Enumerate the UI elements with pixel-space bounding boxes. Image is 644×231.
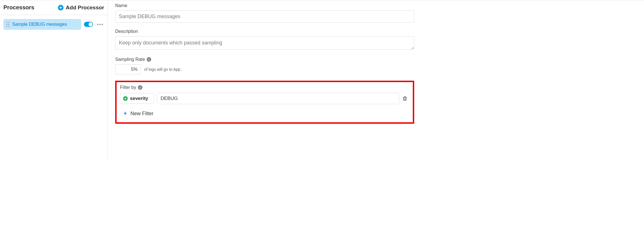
plus-circle-icon xyxy=(58,5,64,10)
filter-key-label: severity xyxy=(130,96,148,101)
filter-label-text: Filter by xyxy=(120,85,136,90)
add-processor-label: Add Processor xyxy=(66,5,104,11)
sampling-rate-suffix: of logs will go to App. xyxy=(144,67,182,72)
filter-value-input[interactable] xyxy=(157,93,399,104)
trash-icon[interactable] xyxy=(402,96,408,101)
processor-toggle[interactable] xyxy=(84,22,93,27)
description-field: Description Keep only documents which pa… xyxy=(115,29,414,51)
sampling-rate-label-text: Sampling Rate xyxy=(115,57,145,62)
sidebar-title: Processors xyxy=(3,4,34,11)
sidebar: Processors Add Processor Sample DEBUG me… xyxy=(0,0,108,159)
info-icon[interactable]: i xyxy=(138,85,142,90)
filter-label: Filter by i xyxy=(120,85,408,90)
sidebar-header: Processors Add Processor xyxy=(0,0,108,15)
add-include-icon xyxy=(123,96,128,101)
new-filter-label: New Filter xyxy=(131,111,153,117)
sampling-rate-input[interactable] xyxy=(115,64,141,74)
name-input[interactable] xyxy=(115,10,414,23)
processor-row: Sample DEBUG messages xyxy=(3,19,104,30)
name-label: Name xyxy=(115,3,414,8)
processor-list: Sample DEBUG messages xyxy=(0,15,108,34)
sampling-rate-row: of logs will go to App. xyxy=(115,64,414,74)
description-label: Description xyxy=(115,29,414,34)
processor-name: Sample DEBUG messages xyxy=(12,22,67,27)
processor-item[interactable]: Sample DEBUG messages xyxy=(3,19,81,30)
filter-section: Filter by i severity + New Filter xyxy=(115,81,414,124)
new-filter-button[interactable]: + New Filter xyxy=(120,108,408,118)
info-icon[interactable]: i xyxy=(147,57,151,62)
plus-icon: + xyxy=(123,110,127,117)
filter-key-select[interactable]: severity xyxy=(120,93,154,104)
sampling-rate-field: Sampling Rate i of logs will go to App. xyxy=(115,57,414,74)
filter-row: severity xyxy=(120,93,408,104)
sampling-rate-label: Sampling Rate i xyxy=(115,57,414,62)
more-options-icon[interactable] xyxy=(96,23,104,26)
main-panel: Name Description Keep only documents whi… xyxy=(108,0,420,159)
add-processor-button[interactable]: Add Processor xyxy=(58,5,104,11)
app-root: Processors Add Processor Sample DEBUG me… xyxy=(0,0,644,159)
name-field: Name xyxy=(115,3,414,23)
drag-handle-icon[interactable] xyxy=(6,22,9,27)
description-input[interactable]: Keep only documents which passed samplin… xyxy=(115,36,414,50)
